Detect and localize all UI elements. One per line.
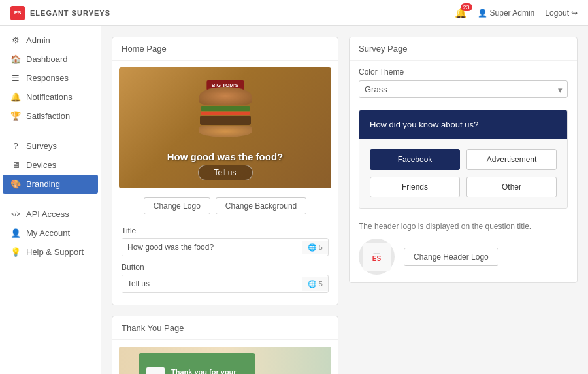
sidebar-label-dashboard: Dashboard <box>26 54 68 64</box>
logo-letters-preview: ES <box>372 255 381 262</box>
home-actions: Change Logo Change Background <box>112 195 338 221</box>
bun-bottom <box>199 126 252 137</box>
image-cta-button[interactable]: Tell us <box>197 165 252 180</box>
sidebar-label-notifications: Notifications <box>26 92 73 102</box>
notification-badge[interactable]: 🔔 23 <box>455 7 467 19</box>
main-content: Home Page BIG TOM'S How good was the foo… <box>101 26 588 374</box>
sidebar-label-account: My Account <box>26 228 70 238</box>
thankyou-logo: ▬▬ ES <box>146 367 165 374</box>
burger-visual <box>196 87 255 133</box>
theme-select-wrapper: Grass Ocean Sunset Midnight Default <box>359 80 568 98</box>
option-other[interactable]: Other <box>466 177 557 197</box>
logo: ES ELEGANT SURVEYS <box>10 6 110 20</box>
sidebar-label-satisfaction: Satisfaction <box>26 111 70 121</box>
home-page-title: Home Page <box>122 44 167 54</box>
logout-icon: ↪ <box>571 8 578 18</box>
sidebar-label-admin: Admin <box>26 35 50 45</box>
color-theme-section: Color Theme Grass Ocean Sunset Midnight … <box>350 61 577 105</box>
change-logo-button[interactable]: Change Logo <box>144 197 210 214</box>
option-facebook[interactable]: Facebook <box>370 149 460 170</box>
thankyou-card-header: Thank You Page <box>112 316 338 340</box>
button-suffix: 🌐 5 <box>302 277 328 291</box>
title-input-row: 🌐 5 <box>122 238 329 256</box>
list-icon: ☰ <box>10 73 21 83</box>
logo-icon: ES <box>10 6 25 20</box>
header: ES ELEGANT SURVEYS 🔔 23 👤 Super Admin Lo… <box>0 0 588 26</box>
home-card-header: Home Page <box>112 37 338 61</box>
sidebar-item-admin: ⚙ Admin <box>0 26 101 50</box>
thankyou-image-container: ▬▬ ES Thank you for your time. elegantsu… <box>119 347 331 374</box>
right-column: Survey Page Color Theme Grass Ocean Suns… <box>349 37 578 364</box>
thankyou-background: ▬▬ ES Thank you for your time. elegantsu… <box>119 347 331 374</box>
bun-top <box>199 87 252 105</box>
user-name: Super Admin <box>490 8 535 18</box>
survey-question-header: How did you know about us? <box>359 110 567 139</box>
branding-icon: 🎨 <box>10 179 21 189</box>
logo-hint-text: The header logo is displayed on the ques… <box>359 222 568 231</box>
sidebar-divider <box>0 131 101 131</box>
button-input[interactable] <box>122 275 302 292</box>
sidebar-label-branding: Branding <box>26 179 60 189</box>
app-title: ELEGANT SURVEYS <box>30 9 110 17</box>
home-form-section: Title 🌐 5 Button 🌐 5 <box>112 221 338 305</box>
bell-nav-icon: 🔔 <box>10 92 21 102</box>
change-header-logo-button[interactable]: Change Header Logo <box>404 248 498 266</box>
title-suffix: 🌐 5 <box>302 241 328 254</box>
survey-page-title: Survey Page <box>359 44 407 54</box>
sidebar-label-api: API Access <box>26 209 69 219</box>
ty-main-text: Thank you for your time. <box>171 368 248 374</box>
option-friends[interactable]: Friends <box>370 177 460 197</box>
header-right: 🔔 23 👤 Super Admin Logout ↪ <box>455 7 578 19</box>
button-input-row: 🌐 5 <box>122 275 329 293</box>
sidebar-item-devices[interactable]: 🖥 Devices <box>0 156 101 175</box>
logout-button[interactable]: Logout ↪ <box>545 8 578 18</box>
device-icon: 🖥 <box>10 160 21 170</box>
home-icon: 🏠 <box>10 54 21 64</box>
option-advertisement[interactable]: Advertisement <box>466 149 557 170</box>
color-theme-label: Color Theme <box>359 67 568 76</box>
sidebar-item-help[interactable]: 💡 Help & Support <box>0 243 101 262</box>
thankyou-page-card: Thank You Page ▬▬ ES Thank you for your … <box>112 316 338 374</box>
sidebar-divider-2 <box>0 199 101 199</box>
sidebar-item-dashboard[interactable]: 🏠 Dashboard <box>0 50 101 69</box>
logo-letters: ES <box>14 10 22 16</box>
sidebar-item-branding[interactable]: 🎨 Branding <box>3 175 98 194</box>
gear-icon: ⚙ <box>10 35 21 45</box>
title-label: Title <box>122 226 329 235</box>
sidebar-item-notifications[interactable]: 🔔 Notifications <box>0 88 101 107</box>
thankyou-text: Thank you for your time. elegantsureys.c… <box>171 368 248 374</box>
logo-change-row: ▬▬ ES Change Header Logo <box>359 239 568 275</box>
sidebar-label-responses: Responses <box>26 73 69 83</box>
home-image-container: BIG TOM'S How good was the food? Tell us <box>119 67 331 188</box>
user-icon: 👤 <box>478 8 487 18</box>
burger-image: BIG TOM'S How good was the food? Tell us <box>119 67 331 188</box>
sidebar-label-help: Help & Support <box>26 247 84 257</box>
image-title: How good was the food? <box>119 151 331 162</box>
logo-section: The header logo is displayed on the ques… <box>350 214 577 282</box>
left-column: Home Page BIG TOM'S How good was the foo… <box>112 37 338 364</box>
sidebar-item-api[interactable]: </> API Access <box>0 205 101 224</box>
user-info: 👤 Super Admin <box>478 8 535 18</box>
survey-page-card: Survey Page Color Theme Grass Ocean Suns… <box>349 37 578 283</box>
logo-preview: ▬▬ ES <box>363 243 391 271</box>
question-icon: ? <box>10 141 21 151</box>
sidebar-item-responses[interactable]: ☰ Responses <box>0 69 101 88</box>
filling-2 <box>201 112 250 115</box>
color-theme-select[interactable]: Grass Ocean Sunset Midnight Default <box>359 80 568 98</box>
sidebar-item-satisfaction[interactable]: 🏆 Satisfaction <box>0 107 101 126</box>
home-page-card: Home Page BIG TOM'S How good was the foo… <box>112 37 338 305</box>
survey-card-header: Survey Page <box>350 37 577 61</box>
title-input[interactable] <box>122 239 302 256</box>
help-icon: 💡 <box>10 247 21 257</box>
api-icon: </> <box>10 211 21 218</box>
survey-preview: How did you know about us? Facebook Adve… <box>359 110 568 209</box>
thankyou-green-box: ▬▬ ES Thank you for your time. elegantsu… <box>139 353 255 374</box>
sidebar-item-surveys[interactable]: ? Surveys <box>0 137 101 156</box>
sidebar-item-account[interactable]: 👤 My Account <box>0 224 101 243</box>
user-icon: 👤 <box>10 228 21 238</box>
change-background-button[interactable]: Change Background <box>216 197 306 214</box>
logo-placeholder: ▬▬ ES <box>359 239 395 275</box>
notification-count: 23 <box>461 3 472 11</box>
thankyou-page-title: Thank You Page <box>122 323 184 333</box>
sidebar-label-surveys: Surveys <box>26 141 57 151</box>
